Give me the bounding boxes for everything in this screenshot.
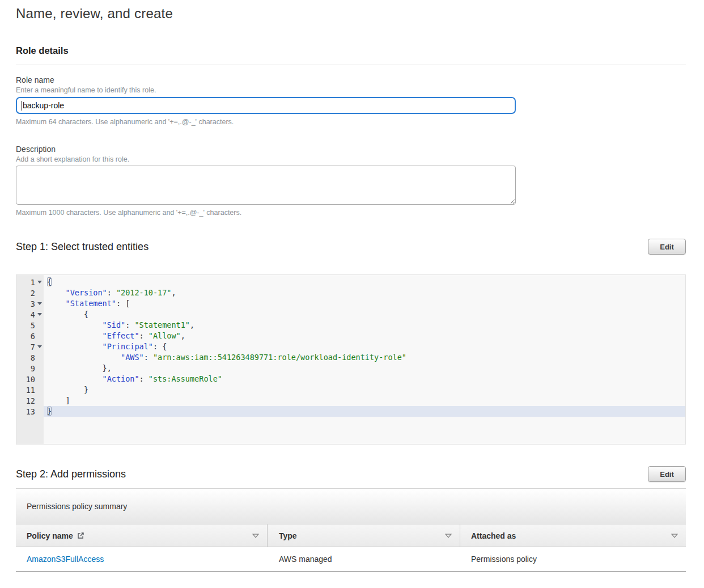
role-name-constraint: Maximum 64 characters. Use alphanumeric … bbox=[16, 118, 686, 126]
code-line: "AWS": "arn:aws:iam::541263489771:role/w… bbox=[44, 352, 685, 363]
description-hint: Add a short explanation for this role. bbox=[16, 155, 686, 163]
gutter-line: 13 bbox=[16, 406, 44, 417]
fold-arrow-icon[interactable] bbox=[37, 302, 42, 305]
role-name-label: Role name bbox=[16, 75, 686, 84]
code-line: { bbox=[44, 277, 685, 287]
fold-arrow-icon[interactable] bbox=[37, 345, 42, 348]
column-label: Attached as bbox=[471, 531, 516, 540]
column-label: Type bbox=[279, 531, 297, 540]
code-line: "Principal": { bbox=[44, 341, 685, 352]
description-constraint: Maximum 1000 characters. Use alphanumeri… bbox=[16, 209, 686, 217]
cell-attached-as: Permissions policy bbox=[460, 555, 686, 564]
cell-policy-name: AmazonS3FullAccess bbox=[16, 555, 268, 564]
code-line: ] bbox=[44, 395, 685, 406]
description-label: Description bbox=[16, 145, 686, 154]
policy-table-header: Policy name Type bbox=[16, 524, 686, 547]
column-label: Policy name bbox=[27, 531, 73, 540]
edit-permissions-button[interactable]: Edit bbox=[648, 466, 686, 482]
code-line: { bbox=[44, 309, 685, 320]
trust-policy-editor[interactable]: 12345678910111213 { "Version": "2012-10-… bbox=[16, 274, 686, 445]
sort-down-icon bbox=[671, 534, 678, 538]
fold-arrow-icon[interactable] bbox=[37, 313, 42, 316]
gutter-line: 6 bbox=[16, 331, 44, 341]
code-line: } bbox=[44, 406, 685, 417]
gutter-line: 5 bbox=[16, 320, 44, 331]
code-line: "Sid": "Statement1", bbox=[44, 320, 685, 331]
role-details-heading: Role details bbox=[16, 45, 686, 56]
role-name-input[interactable]: backup-role bbox=[16, 97, 516, 114]
column-header-type[interactable]: Type bbox=[268, 524, 460, 547]
sort-down-icon bbox=[445, 534, 452, 538]
gutter-line: 10 bbox=[16, 374, 44, 384]
text-caret bbox=[22, 101, 22, 111]
gutter-line: 9 bbox=[16, 363, 44, 374]
permissions-panel: Permissions policy summary Policy name bbox=[16, 488, 686, 572]
code-line: }, bbox=[44, 363, 685, 374]
column-header-policy-name[interactable]: Policy name bbox=[16, 524, 268, 547]
code-line: "Version": "2012-10-17", bbox=[44, 287, 685, 298]
gutter-line: 4 bbox=[16, 309, 44, 320]
fold-arrow-icon[interactable] bbox=[37, 281, 42, 284]
page: Name, review, and create Role details Ro… bbox=[0, 6, 704, 572]
divider bbox=[16, 65, 686, 65]
code-line: "Action": "sts:AssumeRole" bbox=[44, 374, 685, 384]
role-name-hint: Enter a meaningful name to identify this… bbox=[16, 86, 686, 94]
gutter-line: 2 bbox=[16, 287, 44, 298]
sort-down-icon bbox=[252, 534, 259, 538]
table-row: AmazonS3FullAccess AWS managed Permissio… bbox=[16, 547, 686, 572]
step2-heading: Step 2: Add permissions bbox=[16, 468, 126, 480]
edit-trusted-entities-button[interactable]: Edit bbox=[648, 239, 686, 255]
external-link-icon bbox=[77, 532, 84, 539]
step2-header-row: Step 2: Add permissions Edit bbox=[16, 466, 686, 482]
gutter-line: 1 bbox=[16, 277, 44, 287]
gutter-line: 12 bbox=[16, 395, 44, 406]
step1-header-row: Step 1: Select trusted entities Edit bbox=[16, 239, 686, 255]
column-header-attached-as[interactable]: Attached as bbox=[460, 524, 686, 547]
page-title: Name, review, and create bbox=[16, 6, 686, 22]
editor-gutter: 12345678910111213 bbox=[16, 275, 44, 444]
code-line: } bbox=[44, 384, 685, 395]
role-name-value: backup-role bbox=[23, 101, 64, 110]
description-textarea[interactable] bbox=[16, 166, 516, 205]
cell-type: AWS managed bbox=[268, 555, 460, 564]
permissions-panel-title: Permissions policy summary bbox=[16, 489, 686, 524]
code-line: "Statement": [ bbox=[44, 298, 685, 309]
gutter-line: 7 bbox=[16, 341, 44, 352]
step1-heading: Step 1: Select trusted entities bbox=[16, 241, 149, 253]
gutter-line: 8 bbox=[16, 352, 44, 363]
gutter-line: 11 bbox=[16, 384, 44, 395]
policy-link[interactable]: AmazonS3FullAccess bbox=[27, 555, 104, 564]
code-line: "Effect": "Allow", bbox=[44, 331, 685, 341]
editor-code[interactable]: { "Version": "2012-10-17", "Statement": … bbox=[44, 275, 685, 444]
gutter-line: 3 bbox=[16, 298, 44, 309]
